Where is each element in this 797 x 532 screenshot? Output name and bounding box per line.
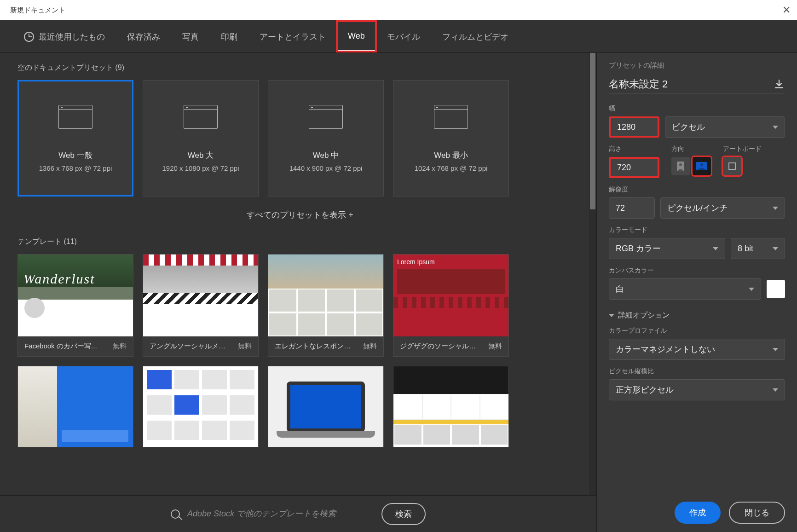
scrollbar[interactable] (589, 53, 596, 495)
svg-rect-4 (729, 163, 735, 169)
document-name-input[interactable] (609, 78, 751, 90)
tab-print[interactable]: 印刷 (210, 21, 248, 52)
resolution-input[interactable]: 72 (609, 197, 655, 219)
stock-search-bar: 検索 (0, 495, 596, 532)
template-card[interactable] (268, 366, 384, 447)
unit-value: ピクセル (672, 121, 705, 133)
tab-label: 写真 (182, 31, 199, 42)
template-thumb: Lorem Ipsum (393, 254, 508, 336)
template-thumb (268, 254, 383, 336)
color-mode-select[interactable]: RGB カラー (609, 238, 725, 259)
resolution-unit-value: ピクセル/インチ (667, 202, 728, 214)
tab-art[interactable]: アートとイラスト (248, 21, 337, 52)
template-name: Facebook のカバー写... (24, 342, 97, 351)
width-label: 幅 (609, 104, 785, 113)
resolution-unit-select[interactable]: ピクセル/インチ (660, 197, 785, 219)
templates-grid-row2 (17, 366, 583, 447)
templates-count: (11) (64, 237, 76, 245)
chevron-down-icon (773, 348, 778, 351)
orientation-landscape-button[interactable] (693, 157, 711, 175)
document-icon (184, 105, 218, 129)
template-name: アングルソーシャルメデ... (150, 342, 228, 351)
chevron-down-icon (773, 388, 778, 392)
canvas-color-swatch[interactable] (767, 280, 785, 298)
tab-photo[interactable]: 写真 (171, 21, 210, 52)
search-icon (171, 509, 180, 519)
advanced-label: 詳細オプション (618, 311, 670, 320)
tab-label: 保存済み (127, 31, 160, 42)
create-button[interactable]: 作成 (675, 502, 721, 524)
preset-card-web-min[interactable]: Web 最小 1024 x 768 px @ 72 ppi (393, 80, 509, 197)
color-profile-select[interactable]: カラーマネジメントしない (609, 339, 785, 360)
clock-icon (24, 32, 34, 42)
advanced-options-toggle[interactable]: 詳細オプション (609, 311, 785, 320)
tab-label: フィルムとビデオ (442, 31, 508, 42)
preset-name: Web 大 (188, 150, 214, 161)
preset-name: Web 中 (313, 150, 339, 161)
preset-details-panel: プリセットの詳細 幅 1280 ピクセル 高さ 720 (596, 52, 797, 532)
stock-search-input[interactable] (187, 509, 373, 519)
tab-recent[interactable]: 最近使用したもの (13, 21, 116, 52)
presets-heading: 空のドキュメントプリセット (9) (17, 63, 583, 73)
presets-row: Web 一般 1366 x 768 px @ 72 ppi Web 大 1920… (17, 80, 583, 197)
chevron-down-icon (773, 207, 778, 210)
templates-heading-text: テンプレート (17, 237, 62, 245)
preset-card-web-medium[interactable]: Web 中 1440 x 900 px @ 72 ppi (268, 80, 384, 197)
titlebar: 新規ドキュメント ✕ (0, 0, 797, 20)
chevron-down-icon (713, 247, 718, 250)
template-card[interactable]: Lorem Ipsum ジグザグのソーシャルメ...無料 (393, 254, 509, 357)
width-input[interactable]: 1280 (609, 116, 659, 138)
stock-search-button[interactable]: 検索 (381, 503, 426, 525)
svg-point-1 (679, 163, 682, 166)
resolution-label: 解像度 (609, 185, 785, 194)
template-price: 無料 (363, 342, 377, 351)
template-card[interactable] (393, 366, 509, 447)
template-thumb (393, 366, 508, 447)
template-card[interactable] (143, 366, 259, 447)
template-card[interactable]: アングルソーシャルメデ...無料 (143, 254, 259, 357)
presets-heading-text: 空のドキュメントプリセット (17, 64, 113, 71)
preset-card-web-large[interactable]: Web 大 1920 x 1080 px @ 72 ppi (143, 80, 259, 197)
template-card[interactable]: エレガントなレスポンシ...無料 (268, 254, 384, 357)
preset-dim: 1024 x 768 px @ 72 ppi (415, 164, 488, 172)
tab-saved[interactable]: 保存済み (116, 21, 171, 52)
chevron-down-icon (773, 126, 778, 129)
save-preset-icon[interactable] (773, 78, 785, 90)
template-price: 無料 (113, 342, 127, 351)
template-name: ジグザグのソーシャルメ... (400, 342, 478, 351)
color-profile-value: カラーマネジメントしない (616, 344, 715, 355)
tab-mobile[interactable]: モバイル (376, 21, 431, 52)
document-icon (58, 105, 92, 129)
template-card[interactable] (17, 366, 133, 447)
tab-web[interactable]: Web (337, 21, 376, 52)
template-card[interactable]: Facebook のカバー写...無料 (17, 254, 133, 357)
bit-depth-select[interactable]: 8 bit (731, 238, 785, 259)
tab-label: モバイル (387, 31, 420, 42)
tab-label: 印刷 (221, 31, 237, 42)
templates-heading: テンプレート (11) (17, 237, 583, 247)
height-input[interactable]: 720 (609, 157, 659, 178)
template-price: 無料 (238, 342, 252, 351)
preset-card-web-common[interactable]: Web 一般 1366 x 768 px @ 72 ppi (17, 80, 133, 197)
show-all-presets-link[interactable]: すべてのプリセットを表示 + (17, 209, 583, 220)
template-thumb (268, 366, 383, 447)
templates-grid: Facebook のカバー写...無料 アングルソーシャルメデ...無料 エレガ… (17, 254, 583, 357)
canvas-color-select[interactable]: 白 (609, 278, 761, 300)
tab-video[interactable]: フィルムとビデオ (431, 21, 520, 52)
template-thumb (18, 366, 133, 447)
template-thumb (143, 366, 258, 447)
category-tabs: 最近使用したもの 保存済み 写真 印刷 アートとイラスト Web モバイル フィ… (0, 20, 797, 52)
pixel-ratio-select[interactable]: 正方形ピクセル (609, 379, 785, 400)
chevron-down-icon (749, 288, 754, 291)
close-button[interactable]: 閉じる (729, 502, 785, 524)
preset-dim: 1920 x 1080 px @ 72 ppi (162, 164, 239, 172)
close-icon[interactable]: ✕ (782, 5, 791, 15)
artboard-toggle[interactable] (723, 157, 741, 175)
color-mode-value: RGB カラー (616, 243, 661, 254)
unit-select[interactable]: ピクセル (665, 116, 785, 138)
scrollbar-thumb[interactable] (590, 53, 595, 209)
orientation-label: 方向 (671, 145, 711, 153)
template-name: エレガントなレスポンシ... (275, 342, 353, 351)
orientation-portrait-button[interactable] (671, 157, 690, 175)
artboard-label: アートボード (723, 145, 762, 153)
